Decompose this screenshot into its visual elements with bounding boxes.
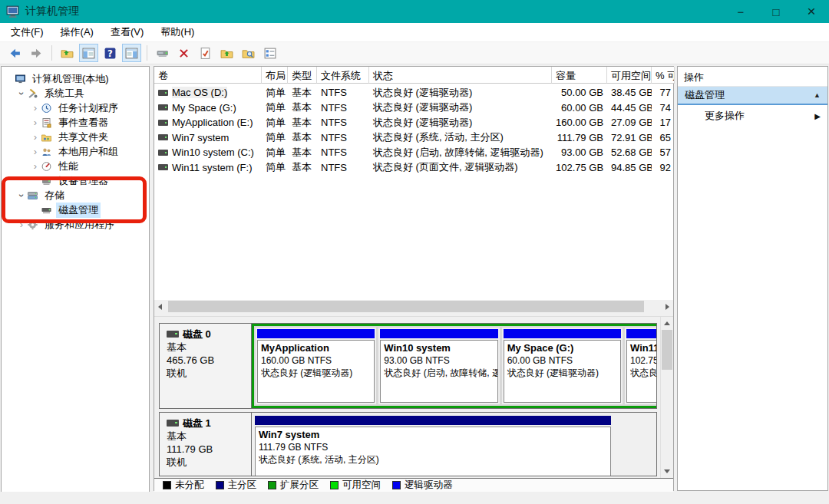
explore-folder-button[interactable] [239, 44, 258, 62]
disk-management-main-panel: 卷 布局 类型 文件系统 状态 容量 可用空间 % 可用 Mac OS (D:)… [154, 66, 674, 491]
help-icon: ? [104, 47, 117, 60]
column-header-status[interactable]: 状态 [369, 67, 552, 84]
chevron-right-icon[interactable]: › [31, 104, 40, 112]
chevron-down-icon[interactable]: › [18, 191, 25, 200]
actions-panel: 操作 磁盘管理 ▲ 更多操作 ▶ [677, 66, 828, 491]
tree-item-disk-management[interactable]: 磁盘管理 [2, 203, 149, 217]
disk-0-size: 465.76 GB [167, 354, 251, 367]
back-arrow-icon [8, 47, 21, 60]
table-row[interactable]: My Space (G:) 简单 基本 NTFS 状态良好 (逻辑驱动器) 60… [154, 100, 673, 116]
toolbar-separator [147, 45, 147, 61]
volume-icon [158, 120, 168, 126]
vertical-scrollbar-thumb[interactable] [662, 330, 672, 370]
storage-icon [27, 190, 38, 201]
legend-swatch [392, 481, 401, 489]
menu-file[interactable]: 文件(F) [2, 22, 52, 42]
tree-item-event-viewer[interactable]: › 事件查看器 [2, 115, 149, 130]
status-bar [0, 492, 829, 504]
actions-panel-title: 操作 [678, 67, 827, 86]
scroll-down-arrow-icon[interactable] [664, 469, 670, 473]
properties-button[interactable] [260, 44, 279, 62]
scroll-up-arrow-icon[interactable] [664, 321, 670, 325]
disk-drive-icon [156, 47, 170, 60]
back-button[interactable] [5, 44, 25, 62]
forward-arrow-icon [30, 47, 43, 60]
delete-volume-button[interactable] [174, 44, 193, 62]
collapse-up-icon[interactable]: ▲ [814, 91, 821, 99]
legend-swatch [268, 481, 276, 489]
horizontal-scrollbar[interactable] [154, 300, 673, 313]
logical-drive-band [626, 329, 657, 338]
folder-up-arrow-icon [220, 47, 233, 60]
console-tree-toggle-button[interactable] [79, 44, 98, 62]
table-row[interactable]: MyApplication (E:) 简单 基本 NTFS 状态良好 (逻辑驱动… [154, 115, 673, 130]
tree-item-device-manager[interactable]: 设备管理器 [2, 173, 149, 188]
maximize-button[interactable]: □ [758, 0, 794, 23]
performance-gauge-icon [41, 161, 52, 172]
tree-item-performance[interactable]: › 性能 [2, 159, 149, 173]
tree-item-storage[interactable]: › 存储 [2, 188, 149, 203]
actions-group-disk-management[interactable]: 磁盘管理 ▲ [678, 86, 827, 105]
column-header-capacity[interactable]: 容量 [552, 67, 607, 84]
action-pane-icon [125, 47, 138, 60]
menu-help[interactable]: 帮助(H) [152, 22, 203, 42]
console-tree-icon [82, 47, 95, 60]
chevron-right-icon[interactable]: › [31, 133, 40, 141]
vertical-scrollbar[interactable] [660, 317, 673, 478]
scroll-right-arrow-icon[interactable] [666, 304, 669, 310]
legend-extended-partition: 扩展分区 [268, 479, 319, 492]
tree-item-shared-folders[interactable]: › 共享文件夹 [2, 130, 149, 144]
table-row[interactable]: Win10 system (C:) 简单 基本 NTFS 状态良好 (启动, 故… [154, 145, 673, 160]
disk-1-label[interactable]: 磁盘 1 基本 111.79 GB 联机 [160, 413, 252, 476]
tree-item-services-applications[interactable]: › 服务和应用程序 [2, 217, 149, 232]
disk-0-label[interactable]: 磁盘 0 基本 465.76 GB 联机 [160, 324, 252, 408]
tree-item-local-users-groups[interactable]: › 本地用户和组 [2, 144, 149, 159]
column-header-type[interactable]: 类型 [288, 67, 317, 84]
help-button[interactable]: ? [101, 44, 120, 62]
chevron-down-icon[interactable]: › [18, 89, 25, 98]
tree-item-system-tools[interactable]: › 系统工具 [2, 86, 149, 100]
properties-list-icon [263, 47, 277, 60]
column-header-volume[interactable]: 卷 [154, 67, 262, 84]
close-button[interactable]: × [794, 0, 829, 23]
table-row[interactable]: Win11 system (F:) 简单 基本 NTFS 状态良好 (页面文件,… [154, 160, 673, 176]
mark-partition-button[interactable] [196, 44, 215, 62]
partition-my-space[interactable]: My Space (G:) 60.00 GB NTFS 状态良好 (逻辑驱动器) [502, 328, 623, 404]
chevron-right-icon[interactable]: › [31, 163, 40, 170]
column-header-layout[interactable]: 布局 [262, 67, 288, 84]
horizontal-scrollbar-thumb[interactable] [168, 301, 644, 312]
tree-item-task-scheduler[interactable]: › 任务计划程序 [2, 100, 149, 115]
forward-button[interactable] [27, 44, 46, 62]
window-controls: − □ × [723, 0, 829, 23]
disk-management-icon [41, 205, 52, 216]
disk-tool-button[interactable] [153, 44, 172, 62]
table-row[interactable]: Mac OS (D:) 简单 基本 NTFS 状态良好 (逻辑驱动器) 50.0… [154, 85, 673, 100]
tree-item-computer-management[interactable]: 计算机管理(本地) [2, 71, 149, 86]
up-folder-button[interactable] [58, 44, 77, 62]
partition-win7-system[interactable]: Win7 system 111.79 GB NTFS 状态良好 (系统, 活动,… [253, 414, 613, 476]
volume-icon [158, 150, 168, 156]
chevron-right-icon[interactable]: › [31, 148, 40, 156]
chevron-right-icon[interactable]: › [17, 221, 26, 229]
legend-primary-partition: 主分区 [216, 479, 257, 492]
more-actions-item[interactable]: 更多操作 ▶ [678, 105, 827, 127]
partition-win10-system[interactable]: Win10 system 93.00 GB NTFS 状态良好 (启动, 故障转… [378, 328, 499, 404]
minimize-button[interactable]: − [723, 0, 758, 23]
table-row[interactable]: Win7 system 简单 基本 NTFS 状态良好 (系统, 活动, 主分区… [154, 130, 673, 146]
scroll-left-arrow-icon[interactable] [158, 304, 162, 310]
partition-myapplication[interactable]: MyApplication 160.00 GB NTFS 状态良好 (逻辑驱动器… [256, 328, 376, 404]
toolbar-separator [51, 45, 52, 61]
open-folder-button[interactable] [217, 44, 236, 62]
disk-1-partitions-area: Win7 system 111.79 GB NTFS 状态良好 (系统, 活动,… [252, 413, 656, 476]
column-header-filesystem[interactable]: 文件系统 [317, 67, 369, 84]
column-header-free-space[interactable]: 可用空间 [607, 67, 652, 84]
chevron-right-icon[interactable]: › [31, 119, 40, 127]
menu-action[interactable]: 操作(A) [52, 22, 102, 42]
partition-win11-system[interactable]: Win11 system 102.75 GB NTFS 状态良好 (页面文件, … [625, 328, 657, 404]
disk-icon [167, 331, 179, 338]
column-header-percent-free[interactable]: % 可用 [652, 67, 675, 84]
up-folder-icon [61, 47, 74, 60]
document-check-icon [199, 47, 212, 60]
menu-view[interactable]: 查看(V) [102, 22, 152, 42]
action-pane-toggle-button[interactable] [122, 44, 141, 62]
